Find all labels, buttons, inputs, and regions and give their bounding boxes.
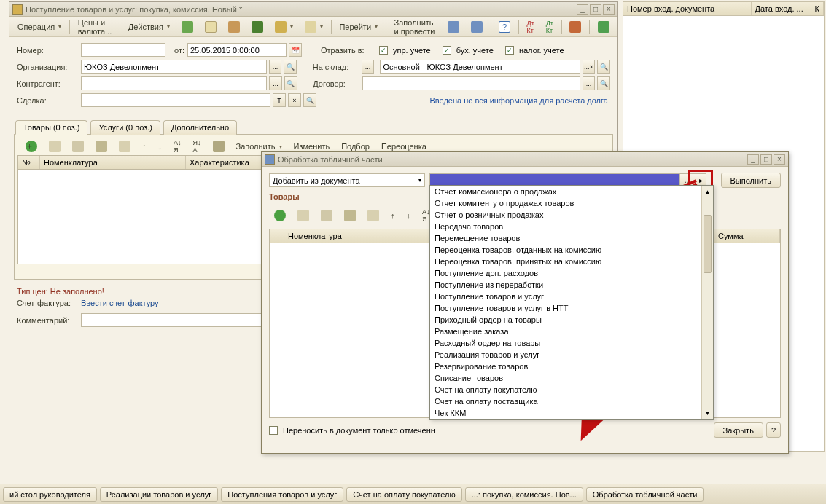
deal-clear-button[interactable]: × [288, 93, 301, 107]
transfer-checkbox[interactable] [269, 426, 278, 435]
dropdown-item[interactable]: Чек ККМ [430, 407, 701, 419]
dlg-icon-2[interactable] [316, 205, 338, 226]
col-incoming-num[interactable]: Номер вход. документа [623, 2, 752, 15]
fill-post-button[interactable]: Заполнить и провести [389, 15, 441, 39]
dlg-icon-4[interactable] [362, 205, 384, 226]
sort-desc-button[interactable]: Я↓А [188, 136, 206, 157]
dlg-minimize-button[interactable]: _ [747, 154, 759, 165]
task-6[interactable]: Обработка табличной части [586, 487, 704, 502]
dropdown-item[interactable]: Передача товаров [430, 221, 701, 232]
dlg-close-button[interactable]: × [774, 154, 785, 165]
col-k[interactable]: К [811, 2, 824, 15]
wh-select-button[interactable]: ... [362, 60, 375, 74]
sf-link[interactable]: Ввести счет-фактуру [81, 299, 159, 307]
date-picker-button[interactable]: 📅 [289, 43, 302, 57]
add-row-button[interactable]: ＋ [20, 138, 42, 155]
dlg-add-button[interactable] [269, 205, 291, 226]
dropdown-item[interactable]: Размещение заказа [430, 326, 701, 337]
dropdown-scrollbar[interactable]: ▲ ▼ [701, 186, 713, 419]
contract-select-button[interactable]: ... [583, 76, 596, 90]
contragent-select-button[interactable]: ... [269, 76, 282, 90]
dlg-icon-1[interactable] [292, 205, 314, 226]
minimize-button[interactable]: _ [577, 4, 588, 15]
dlg-col-check[interactable] [270, 229, 284, 243]
maximize-button[interactable]: □ [590, 4, 601, 15]
contract-input[interactable] [362, 76, 580, 90]
close-dialog-button[interactable]: Закрыть [714, 422, 763, 438]
wh-search-button[interactable]: 🔍 [597, 60, 610, 74]
deal-input[interactable] [81, 93, 270, 107]
scroll-down-button[interactable]: ▼ [702, 407, 713, 419]
execute-button[interactable]: Выполнить [721, 173, 781, 188]
close-button[interactable]: × [603, 4, 615, 15]
dropdown-item[interactable]: Отчет комитенту о продажах товаров [430, 197, 701, 209]
tb-icon-1[interactable] [176, 18, 198, 36]
dlg-maximize-button[interactable]: □ [760, 154, 772, 165]
contract-search-button[interactable]: 🔍 [597, 76, 610, 90]
scroll-up-button[interactable]: ▲ [702, 186, 713, 197]
dropdown-item[interactable]: Счет на оплату покупателю [430, 384, 701, 395]
dropdown-item[interactable]: Поступление товаров и услуг [430, 291, 701, 302]
tb-icon-7[interactable] [443, 18, 464, 36]
dropdown-item[interactable]: Поступление товаров и услуг в НТТ [430, 302, 701, 314]
contragent-search-button[interactable]: 🔍 [284, 76, 297, 90]
org-search-button[interactable]: 🔍 [284, 60, 297, 74]
wh-input[interactable]: Основной - ЮКОЗ Девелопмент [380, 60, 580, 74]
dropdown-item[interactable]: Счет на оплату поставщика [430, 395, 701, 407]
help-button[interactable]: ? [494, 18, 515, 36]
task-3[interactable]: Поступления товаров и услуг [221, 487, 343, 502]
operation-menu[interactable]: Операция [12, 20, 66, 34]
dtkt-icon-2[interactable]: ДтКт [541, 17, 558, 37]
dropdown-item[interactable]: Резервирование товаров [430, 361, 701, 372]
dropdown-item[interactable]: Списание товаров [430, 372, 701, 384]
tb-icon-3[interactable] [223, 18, 245, 36]
col-num[interactable]: № [18, 156, 40, 169]
col-incoming-date[interactable]: Дата вход. ... [752, 2, 811, 15]
dtkt-icon-1[interactable]: ДтКт [522, 17, 539, 37]
dropdown-item[interactable]: Реализация товаров и услуг [430, 349, 701, 361]
mgmt-checkbox[interactable]: ✓ [379, 46, 388, 55]
dropdown-item[interactable]: Поступление из переработки [430, 279, 701, 291]
tb-icon-12[interactable] [593, 18, 615, 36]
row-down-button[interactable]: ↓ [153, 139, 168, 154]
tb-icon-2[interactable] [200, 18, 222, 36]
dropdown-item[interactable]: Переоценка товаров, отданных на комиссию [430, 244, 701, 256]
scroll-thumb[interactable] [704, 215, 712, 273]
task-5[interactable]: ...: покупка, комиссия. Нов... [465, 487, 583, 502]
add-from-combo[interactable]: Добавить из документа ▾ [269, 173, 425, 187]
sort-asc-button[interactable]: А↓Я [168, 136, 187, 157]
dropdown-item[interactable]: Расходный ордер на товары [430, 337, 701, 349]
row-icon-2[interactable] [67, 138, 89, 155]
dlg-help-button[interactable]: ? [766, 422, 781, 438]
dlg-col-sum[interactable]: Сумма [714, 229, 780, 243]
task-4[interactable]: Счет на оплату покупателю [346, 487, 461, 502]
tab-goods[interactable]: Товары (0 поз.) [15, 120, 87, 135]
org-select-button[interactable]: ... [269, 60, 282, 74]
tb-icon-6[interactable] [300, 18, 328, 36]
col-nomen[interactable]: Номенклатура [40, 156, 186, 169]
deal-search-button[interactable]: 🔍 [303, 93, 316, 107]
dropdown-item[interactable]: Отчет комиссионера о продажах [430, 186, 701, 197]
tb-icon-8[interactable] [466, 18, 488, 36]
tab-services[interactable]: Услуги (0 поз.) [90, 120, 160, 135]
dropdown-item[interactable]: Перемещение товаров [430, 232, 701, 244]
number-input[interactable] [81, 43, 165, 57]
contragent-input[interactable] [81, 76, 267, 90]
dlg-icon-3[interactable] [339, 205, 361, 226]
dropdown-item[interactable]: Переоценка товаров, принятых на комиссию [430, 256, 701, 267]
tab-additional[interactable]: Дополнительно [163, 120, 237, 135]
date-input[interactable]: 25.05.2015 0:00:00 [187, 43, 287, 57]
tb-icon-5[interactable] [270, 18, 298, 36]
prices-button[interactable]: Цены и валюта... [73, 15, 117, 39]
row-icon-1[interactable] [44, 138, 66, 155]
task-1[interactable]: ий стол руководителя [3, 487, 97, 502]
wh-clear-button[interactable]: ...× [583, 60, 596, 74]
actions-menu[interactable]: Действия [123, 20, 175, 34]
tax-checkbox[interactable]: ✓ [505, 46, 514, 55]
dropdown-item[interactable]: Отчет о розничных продажах [430, 209, 701, 221]
acct-checkbox[interactable]: ✓ [443, 46, 451, 55]
dropdown-item[interactable]: Приходный ордер на товары [430, 314, 701, 326]
org-input[interactable]: ЮКОЗ Девелопмент [81, 60, 267, 74]
goto-menu[interactable]: Перейти [334, 20, 383, 34]
tb-icon-4[interactable] [246, 18, 268, 36]
